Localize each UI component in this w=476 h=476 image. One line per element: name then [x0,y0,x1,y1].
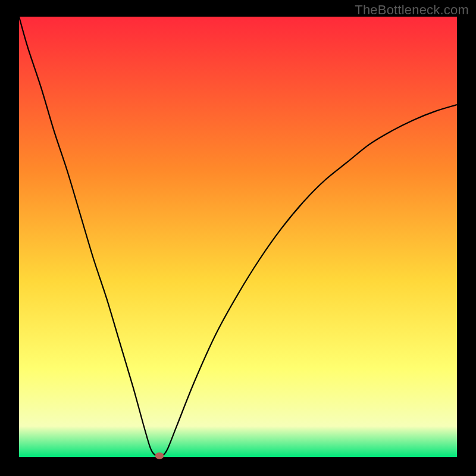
minimum-marker [155,452,164,459]
gradient-background [19,17,457,457]
watermark-text: TheBottleneck.com [355,2,469,18]
chart-frame: TheBottleneck.com [0,0,476,476]
plot-area [19,17,457,457]
gradient-rect [19,17,457,457]
